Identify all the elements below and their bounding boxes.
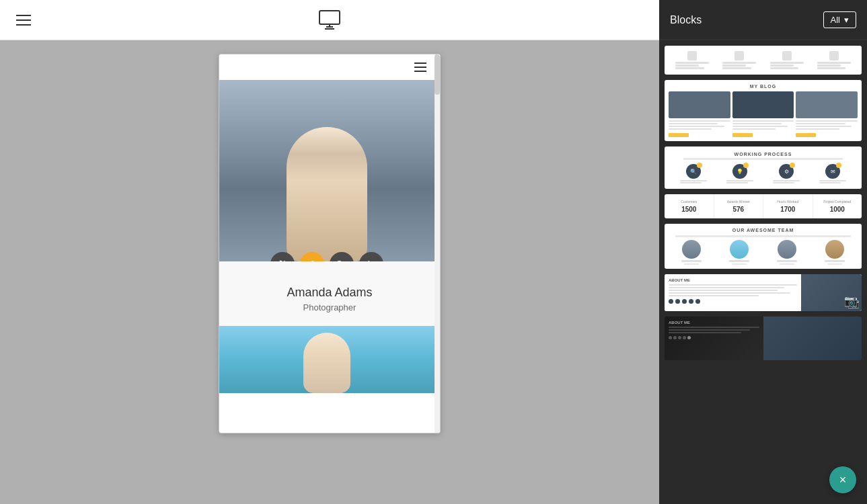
step-1 <box>675 51 709 69</box>
process-lines <box>680 180 707 183</box>
blog-btn <box>796 133 816 137</box>
process-step-1: 🔍 <box>680 164 707 183</box>
block-working-process[interactable]: WORKING PROCESS 🔍 💡 <box>665 146 862 189</box>
blog-label-3 <box>796 120 858 137</box>
blocks-title: Blocks <box>670 14 702 26</box>
right-panel-header: Blocks All ▾ <box>659 0 867 40</box>
stat-value: 1000 <box>830 206 845 213</box>
block-about-dark[interactable]: ABOUT ME <box>665 317 862 360</box>
facebook-button[interactable]: f <box>300 252 324 261</box>
member-role <box>780 263 794 265</box>
stat-projects: Project Completed 1000 <box>813 194 862 218</box>
stat-label: Hours Worked <box>777 200 798 204</box>
stat-customers: Customers 1500 <box>665 194 714 218</box>
filter-label: All <box>831 15 840 25</box>
process-step-3: ⚙ <box>773 164 800 183</box>
blocks-list: MY BLOG <box>659 40 867 504</box>
blog-btn <box>732 133 753 137</box>
fab-close-button[interactable]: × <box>829 466 856 493</box>
member-name <box>825 260 845 262</box>
hamburger-icon[interactable] <box>16 15 31 26</box>
member-role <box>827 263 842 265</box>
stat-value: 1700 <box>780 206 795 213</box>
top-bar <box>0 0 659 40</box>
facebook-icon: f <box>311 259 313 261</box>
close-icon: × <box>839 473 847 487</box>
blog-label-1 <box>669 120 730 137</box>
avatar-3 <box>778 240 796 259</box>
mobile-scrollbar-thumb <box>435 54 440 95</box>
block-process-steps[interactable] <box>665 46 862 75</box>
block-about-split[interactable]: ABOUT ME 📷 <box>665 274 862 311</box>
step-icon <box>734 51 744 60</box>
social-icons-row: 𝕏 f G+ in <box>219 252 435 261</box>
process-step-4: ✉ <box>819 164 846 183</box>
blog-title: MY BLOG <box>669 84 858 89</box>
mobile-nav <box>219 54 440 80</box>
blog-btn <box>669 133 689 137</box>
stat-awards: Awards Winner 576 <box>714 194 764 218</box>
team-member-4 <box>812 240 858 265</box>
stat-value: 576 <box>732 206 744 213</box>
about-lines <box>669 284 797 296</box>
dark-about-image <box>763 317 862 360</box>
blog-label-2 <box>732 120 794 137</box>
process-lines <box>819 180 846 183</box>
about-image: 📷 <box>801 274 862 311</box>
dark-about-title: ABOUT ME <box>669 321 759 325</box>
process-lines <box>726 180 753 183</box>
step-2 <box>722 51 756 69</box>
google-icon: G+ <box>336 259 347 261</box>
step-icon <box>687 51 697 60</box>
team-member-1 <box>669 240 714 265</box>
team-title: OUR AWESOME TEAM <box>669 228 858 233</box>
mobile-preview: 𝕏 f G+ in Amanda Adams Photographer <box>219 54 441 433</box>
process-step-2: 💡 <box>726 164 753 183</box>
avatar-4 <box>825 240 844 259</box>
step-lines <box>722 62 756 69</box>
avatar-1 <box>682 240 701 259</box>
member-role <box>684 263 699 265</box>
dark-social-dots <box>669 336 759 339</box>
stat-hours: Hours Worked 1700 <box>763 194 813 218</box>
stat-label: Customers <box>681 200 697 204</box>
member-role <box>732 263 747 265</box>
svg-rect-0 <box>319 11 340 24</box>
filter-dropdown[interactable]: All ▾ <box>823 11 856 28</box>
step-4 <box>817 51 851 69</box>
main-area: 𝕏 f G+ in Amanda Adams Photographer <box>0 0 659 504</box>
team-subtitle-line <box>675 235 851 237</box>
mobile-hamburger-icon <box>414 62 426 72</box>
stat-label: Project Completed <box>823 200 851 204</box>
about-social <box>669 299 797 304</box>
about-title: ABOUT ME <box>669 278 797 282</box>
process-lines <box>773 180 800 183</box>
team-member-2 <box>716 240 762 265</box>
right-panel: Blocks All ▾ <box>659 0 867 504</box>
block-team[interactable]: OUR AWESOME TEAM <box>665 224 862 269</box>
linkedin-button[interactable]: in <box>359 252 383 261</box>
twitter-button[interactable]: 𝕏 <box>270 252 295 261</box>
working-process-subtitle <box>683 158 843 160</box>
blog-images <box>669 91 858 118</box>
chevron-down-icon: ▾ <box>844 15 849 25</box>
step-icon <box>829 51 839 60</box>
member-name <box>777 260 797 262</box>
google-button[interactable]: G+ <box>330 252 354 261</box>
dark-about-left: ABOUT ME <box>665 317 763 360</box>
about-left: ABOUT ME <box>665 274 801 311</box>
process-icons: 🔍 💡 <box>670 164 856 183</box>
process-circle: ✉ <box>825 164 840 179</box>
canvas-area: 𝕏 f G+ in Amanda Adams Photographer <box>0 40 659 504</box>
mobile-scrollbar[interactable] <box>435 54 440 433</box>
blog-image-1 <box>669 91 730 118</box>
person-name: Amanda Adams <box>233 286 426 300</box>
step-lines <box>817 62 851 69</box>
monitor-icon <box>317 8 342 32</box>
block-stats[interactable]: Customers 1500 Awards Winner 576 Hours W… <box>665 194 862 218</box>
hero-image: 𝕏 f G+ in <box>219 80 435 261</box>
person-role: Photographer <box>233 302 426 312</box>
member-name <box>729 260 749 262</box>
block-blog[interactable]: MY BLOG <box>665 80 862 141</box>
linkedin-icon: in <box>368 259 375 261</box>
